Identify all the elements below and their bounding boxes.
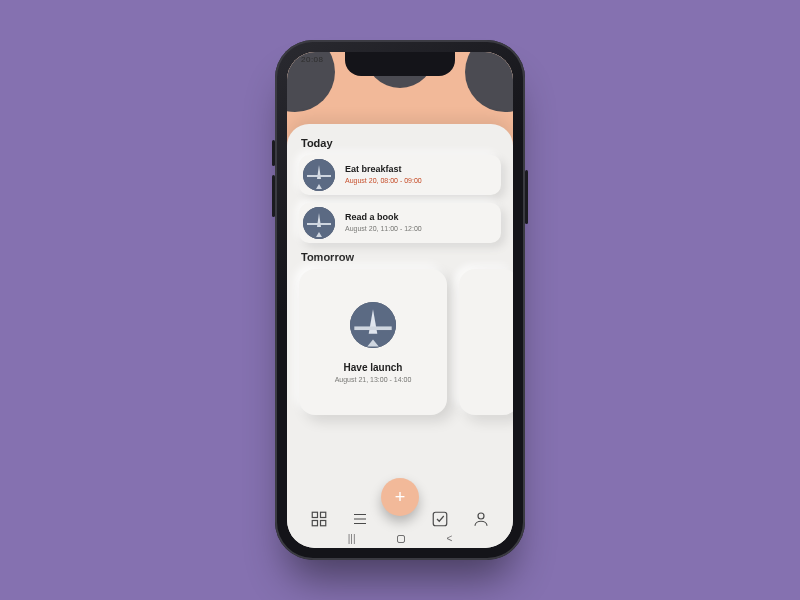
task-card[interactable]: Eat breakfast August 20, 08:00 - 09:00 (299, 155, 501, 195)
add-task-fab[interactable]: + (381, 478, 419, 516)
tomorrow-time: August 21, 13:00 - 14:00 (335, 376, 412, 383)
android-recent-icon[interactable]: ||| (348, 533, 356, 544)
svg-rect-12 (312, 512, 317, 517)
nav-grid-icon[interactable] (310, 510, 328, 528)
svg-rect-2 (307, 175, 331, 177)
power-button[interactable] (525, 170, 528, 224)
task-title: Read a book (345, 213, 422, 223)
svg-rect-15 (321, 521, 326, 526)
svg-rect-13 (321, 512, 326, 517)
svg-rect-14 (312, 521, 317, 526)
svg-rect-19 (434, 512, 448, 526)
task-thumbnail (303, 207, 335, 239)
plus-icon: + (395, 487, 406, 508)
svg-point-20 (478, 513, 484, 519)
nav-profile-icon[interactable] (472, 510, 490, 528)
task-title: Eat breakfast (345, 165, 422, 175)
svg-rect-6 (307, 223, 331, 225)
section-title-tomorrow: Tomorrow (301, 251, 499, 263)
app-body: Today Eat breakfast August 20, 08:00 - 0… (287, 52, 513, 548)
task-card[interactable]: Read a book August 20, 11:00 - 12:00 (299, 203, 501, 243)
svg-rect-10 (354, 326, 391, 330)
task-time: August 20, 11:00 - 12:00 (345, 225, 422, 233)
task-text: Read a book August 20, 11:00 - 12:00 (345, 213, 422, 233)
volume-up-button[interactable] (272, 140, 275, 166)
phone-screen: 20:08 Today (287, 52, 513, 548)
task-time: August 20, 08:00 - 09:00 (345, 177, 422, 185)
nav-check-icon[interactable] (431, 510, 449, 528)
tomorrow-carousel[interactable]: Have launch August 21, 13:00 - 14:00 (299, 269, 501, 415)
tomorrow-thumbnail (350, 302, 396, 348)
android-softkeys: ||| < (287, 533, 513, 544)
airplane-icon (303, 159, 335, 191)
nav-list-icon[interactable] (351, 510, 369, 528)
phone-notch (345, 52, 455, 76)
status-time: 20:08 (301, 55, 324, 64)
volume-down-button[interactable] (272, 175, 275, 217)
android-home-icon[interactable] (397, 535, 405, 543)
task-thumbnail (303, 159, 335, 191)
tomorrow-card-peek[interactable] (459, 269, 513, 415)
airplane-icon (350, 302, 396, 348)
tomorrow-title: Have launch (344, 362, 403, 373)
task-text: Eat breakfast August 20, 08:00 - 09:00 (345, 165, 422, 185)
android-back-icon[interactable]: < (446, 533, 452, 544)
tomorrow-card[interactable]: Have launch August 21, 13:00 - 14:00 (299, 269, 447, 415)
airplane-icon (303, 207, 335, 239)
section-title-today: Today (301, 137, 499, 149)
phone-frame: 20:08 Today (275, 40, 525, 560)
